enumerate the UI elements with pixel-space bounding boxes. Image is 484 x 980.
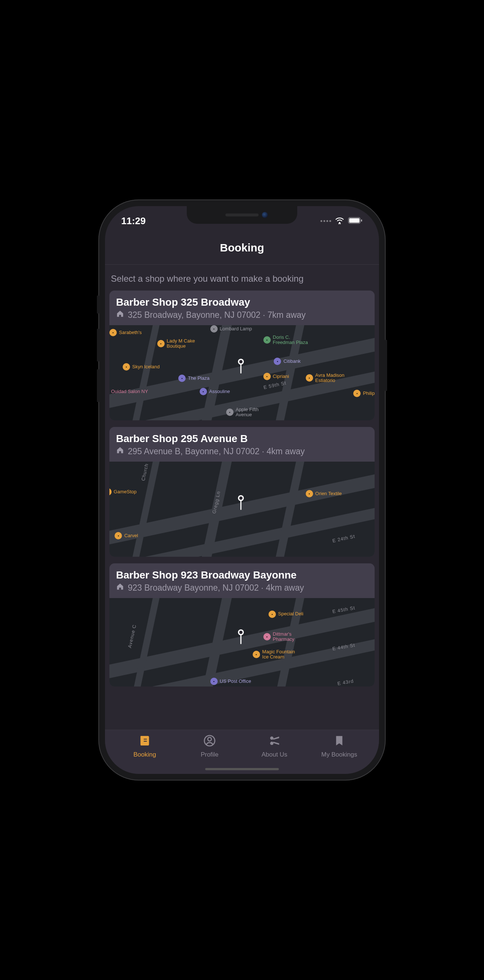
shop-map[interactable]: •Special Deli•Dittmar's Pharmacy•Magic F… — [109, 598, 375, 687]
shop-map[interactable]: •GameStop•Carvel•Orien TextileGregg LnCh… — [109, 461, 375, 557]
shop-header: Barber Shop 923 Broadway Bayonne 923 Bro… — [109, 563, 375, 598]
shop-address: 295 Avenue B, Bayonne, NJ 07002 · 4km aw… — [128, 447, 305, 457]
street-label: Avenue C — [127, 624, 137, 649]
map-poi: •Skyn Iceland — [123, 363, 159, 371]
device-frame: 11:29 Booking Select a shop where you wa… — [98, 199, 386, 781]
tab-booking[interactable]: Booking — [119, 735, 171, 759]
home-icon — [116, 310, 124, 320]
screen: 11:29 Booking Select a shop where you wa… — [105, 206, 379, 774]
svg-rect-9 — [240, 500, 241, 510]
shop-header: Barber Shop 295 Avenue B 295 Avenue B, B… — [109, 427, 375, 461]
shop-card-1[interactable]: Barber Shop 295 Avenue B 295 Avenue B, B… — [109, 427, 375, 557]
shop-address: 325 Broadway, Bayonne, NJ 07002 · 7km aw… — [128, 310, 306, 320]
street-label: E 24th St — [332, 533, 355, 544]
street-label: Church — [140, 463, 149, 481]
about-icon — [268, 735, 281, 749]
svg-point-0 — [339, 222, 340, 223]
tab-about[interactable]: About Us — [249, 735, 300, 759]
map-poi: •Lady M Cake Boutique — [157, 339, 195, 349]
tab-label: My Bookings — [321, 751, 357, 759]
map-poi: •GameStop — [109, 488, 136, 496]
shop-address: 923 Broadway Bayonne, NJ 07002 · 4km awa… — [128, 583, 304, 593]
map-poi: •Sarabeth's — [109, 329, 142, 336]
svg-point-19 — [270, 736, 273, 740]
tab-label: About Us — [262, 751, 287, 759]
map-pin-icon — [237, 495, 245, 512]
svg-point-20 — [270, 742, 273, 745]
side-button-silence — [97, 295, 99, 314]
status-time: 11:29 — [121, 215, 146, 227]
map-pin-icon — [237, 629, 245, 647]
side-button-vol-down — [97, 369, 99, 402]
shop-card-2[interactable]: Barber Shop 923 Broadway Bayonne 923 Bro… — [109, 563, 375, 687]
map-poi: •Philip — [353, 390, 375, 397]
shop-header: Barber Shop 325 Broadway 325 Broadway, B… — [109, 291, 375, 325]
svg-rect-2 — [349, 218, 360, 223]
mybookings-icon — [333, 735, 346, 749]
tab-bar: Booking Profile About Us My Bookings — [105, 730, 379, 774]
shop-map[interactable]: •Lombard Lamp•Sarabeth's•Lady M Cake Bou… — [109, 325, 375, 420]
shop-name: Barber Shop 295 Avenue B — [116, 433, 368, 445]
tab-profile[interactable]: Profile — [184, 735, 235, 759]
instruction-text: Select a shop where you want to make a b… — [109, 272, 375, 291]
shop-name: Barber Shop 923 Broadway Bayonne — [116, 569, 368, 581]
page-title: Booking — [105, 242, 379, 254]
svg-rect-6 — [240, 364, 241, 374]
shop-name: Barber Shop 325 Broadway — [116, 296, 368, 308]
side-button-power — [385, 340, 387, 391]
svg-point-8 — [239, 496, 242, 500]
home-indicator[interactable] — [205, 768, 279, 770]
home-icon — [116, 582, 124, 593]
street-label: E 43rd — [337, 678, 354, 686]
cellular-dots-icon — [321, 220, 331, 222]
svg-rect-3 — [361, 220, 362, 221]
svg-point-11 — [239, 631, 242, 634]
notch — [187, 206, 297, 224]
tab-label: Profile — [201, 751, 218, 759]
profile-icon — [203, 735, 216, 749]
battery-icon — [348, 215, 363, 227]
booking-icon — [138, 735, 151, 749]
svg-rect-12 — [240, 635, 241, 644]
tab-mybookings[interactable]: My Bookings — [313, 735, 365, 759]
side-button-vol-up — [97, 329, 99, 362]
app-header: Booking — [105, 228, 379, 265]
svg-rect-14 — [141, 736, 142, 746]
wifi-icon — [335, 215, 344, 227]
map-pin-icon — [237, 358, 245, 376]
svg-point-18 — [208, 737, 211, 741]
content-scroll[interactable]: Select a shop where you want to make a b… — [105, 265, 379, 730]
tab-label: Booking — [133, 751, 156, 759]
shop-card-0[interactable]: Barber Shop 325 Broadway 325 Broadway, B… — [109, 291, 375, 420]
home-icon — [116, 446, 124, 457]
svg-point-5 — [239, 360, 242, 364]
